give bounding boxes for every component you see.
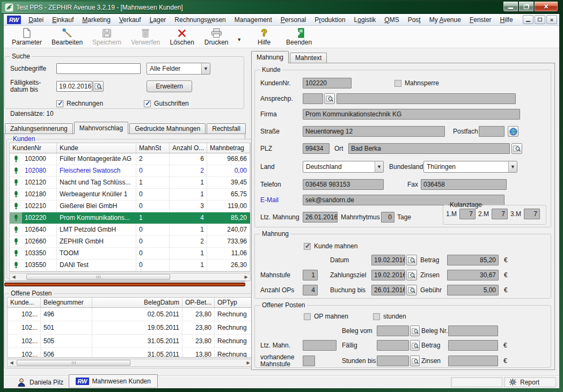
speichern-button[interactable]: Speichern [87,26,126,48]
menu-item-post[interactable]: Post [404,14,425,25]
rw-module-badge[interactable]: RW [7,16,21,24]
search-input[interactable] [56,63,141,74]
close-button[interactable]: × [534,2,558,12]
kunde-mahnen-checkbox[interactable] [304,243,311,250]
tab-rechtsfall[interactable]: Rechtsfall [207,123,246,134]
table-row[interactable]: 103550DANI Test0126,30 [10,260,250,271]
column-header[interactable]: Kunde... [8,298,41,307]
report-button[interactable]: Report [504,377,556,387]
rechnungen-checkbox[interactable] [56,100,63,107]
menu-item-my-avenue[interactable]: My Avenue [425,14,465,25]
gutschriften-label: Gutschriften [154,100,189,107]
tab-mahnung[interactable]: Mahnung [251,51,289,63]
menu-item-fenster[interactable]: Fenster [465,14,496,25]
field-filter-dropdown[interactable]: Alle Felder ▼ [147,63,210,75]
column-header[interactable]: OPTyp [215,298,252,307]
column-header[interactable]: OP-Bet... [182,298,215,307]
table-row[interactable]: 103350TOOM0111,06 [10,248,250,260]
menu-item-personal[interactable]: Personal [276,14,310,25]
table-row[interactable]: 102...50631.05.201113,80Rechnung [8,348,252,358]
land-dropdown[interactable]: Deutschland▼ [303,161,384,173]
beenden-button[interactable]: Beenden [281,26,317,48]
menu-item-lager[interactable]: Lager [145,14,171,25]
menu-item-einkauf[interactable]: Einkauf [48,14,78,25]
table-row[interactable]: 102080Fleischerei Swatosch020,00 [10,165,250,177]
scroll-left-icon[interactable]: ◀ [8,359,16,366]
scroll-left-icon[interactable]: ◀ [10,273,18,280]
horizontal-splitter[interactable] [4,283,245,286]
drucken-dropdown-arrow[interactable]: ▼ [233,37,245,42]
tab-zahlungserinnerung[interactable]: Zahlungserinnerung [5,123,73,134]
table-row[interactable]: 102...50531.05.201123,80Rechnung [8,335,252,348]
bundesland-dropdown[interactable]: Thüringen▼ [423,161,517,173]
table-row[interactable]: 102210Gießerei Blei GmbH03119,00 [10,201,250,212]
hilfe-button[interactable]: ? Hilfe [247,26,281,48]
column-header[interactable]: KundenNr [10,143,57,153]
gutschriften-checkbox[interactable] [144,100,151,107]
magnifier-icon [412,342,419,349]
tab-mahntext[interactable]: Mahntext [290,53,327,63]
buchung-bis-lookup-button[interactable] [406,285,417,295]
table-row[interactable]: 102...50119.05.201123,80Rechnung [8,321,252,335]
menu-item-qms[interactable]: QMS [380,14,403,25]
table-row[interactable]: 102000Füller Montagegeräte AG26968,66 [10,153,250,165]
zahlungsziel-lookup-button[interactable] [406,270,417,280]
mdi-restore-icon[interactable] [535,15,545,24]
menu-item-produktion[interactable]: Produktion [310,14,349,25]
email-label[interactable]: E-Mail [260,196,303,204]
table-row[interactable]: 102180Werbeagentur Knüller 10165,75 [10,189,250,201]
parameter-button[interactable]: Parameter [7,26,47,48]
erweitern-button[interactable]: Erweitern [147,80,192,92]
date-lookup-button[interactable] [93,81,104,92]
mdi-close-icon[interactable]: × [546,15,557,24]
table-header-row[interactable]: Kunde...BelegnummerBelegDatumOP-Bet...OP… [8,298,252,308]
table-row[interactable]: 102640LMT Petzold GmbH01240,07 [10,224,250,236]
menu-item-hilfe[interactable]: Hilfe [496,14,517,25]
loeschen-button[interactable]: Löschen [165,26,199,48]
mdi-minimize-icon[interactable] [523,15,533,24]
kunden-hscrollbar[interactable]: ◀ ▶ [9,273,251,281]
kulanz-m3-label: 3.M [510,210,521,218]
stunden-checkbox[interactable] [373,313,380,320]
table-row[interactable]: 102...49602.05.201123,80Rechnung [8,308,252,321]
bearbeiten-button[interactable]: Bearbeiten [47,26,87,48]
beleg-vom-lookup-button[interactable] [410,326,420,336]
menu-item-rechnungswesen[interactable]: Rechnungswesen [170,14,230,25]
op-mahnen-checkbox[interactable] [304,313,311,320]
table-row[interactable]: 102120Nacht und Tag Schlüss...1139,45 [10,177,250,189]
column-header[interactable]: Mahnbetrag [207,143,250,153]
tab-mahnvorschlag[interactable]: Mahnvorschlag [74,122,128,134]
table-row[interactable]: 102660ZEPHIR GmbH02733,96 [10,236,250,248]
scroll-right-icon[interactable]: ▶ [242,273,250,280]
ansprechpartner-lookup-button[interactable] [324,93,335,104]
column-header[interactable]: Belegnummer [41,298,92,307]
table-header-row[interactable]: KundenNrKundeMahnStAnzahl O...Mahnbetrag [10,143,250,153]
stunden-bis-lookup-button[interactable] [410,356,420,366]
title-bar[interactable]: Test PPS - ZEPHIR Avenue 3.2.19 - [Mahnw… [2,2,561,14]
faelligkeitsdatum-input[interactable]: 19.02.2016 [56,81,92,92]
faellig-lookup-button[interactable] [410,340,420,351]
table-row[interactable]: 102220Prom Kommunikations...1485,20 [10,212,250,224]
menu-item-verkauf[interactable]: Verkauf [115,14,145,25]
column-header[interactable]: Anzahl O... [170,143,207,153]
ort-lookup-button[interactable] [511,143,522,154]
tab-gedruckte-mahnungen[interactable]: Gedruckte Mahnungen [129,123,206,134]
task-tab-mahnwesen-kunden[interactable]: RW Mahnwesen Kunden [69,374,158,388]
map-button[interactable] [508,126,518,137]
column-header[interactable]: BelegDatum [92,298,182,307]
minimize-button[interactable] [503,2,518,12]
mahnsperre-checkbox[interactable] [394,80,401,87]
menu-item-marketing[interactable]: Marketing [78,14,115,25]
column-header[interactable]: MahnSt [136,143,170,153]
menu-item-management[interactable]: Management [230,14,276,25]
menu-item-datei[interactable]: Datei [24,14,48,25]
column-header[interactable]: Kunde [57,143,136,153]
op-hscrollbar[interactable]: ◀ ▶ [7,359,253,367]
op-hscroll-thumb[interactable] [17,360,130,366]
datum-lookup-button[interactable] [406,255,417,265]
verwerfen-button[interactable]: Verwerfen [126,26,165,48]
drucken-button[interactable]: Drucken [199,26,233,48]
kunden-hscroll-thumb[interactable] [26,274,170,280]
restore-button[interactable] [518,2,534,12]
menu-item-logistik[interactable]: Logistik [350,14,381,25]
